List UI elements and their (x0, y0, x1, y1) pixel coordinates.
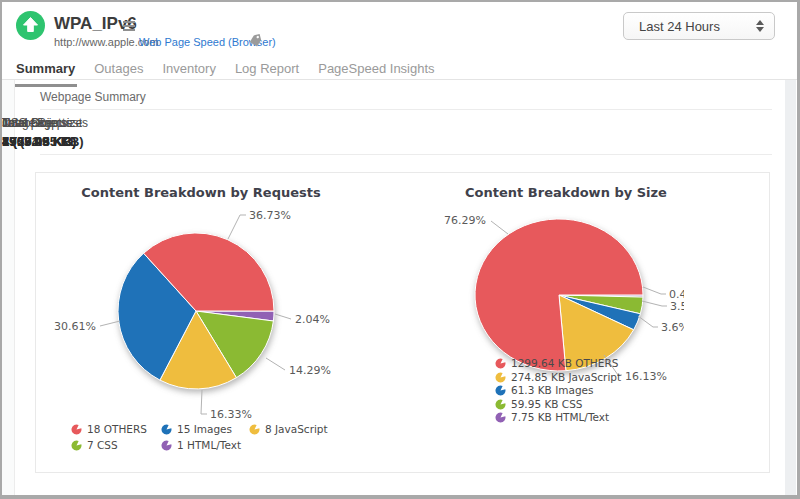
tag-icon[interactable] (248, 33, 264, 52)
pie-label-line (201, 390, 207, 414)
pie-glyph-icon (495, 358, 506, 369)
metric-total-page-size: Total page size 1703.49 KB (2, 116, 82, 149)
pie-label-line (228, 215, 246, 239)
pie-label-javascript: 16.33% (210, 408, 252, 421)
monitor-status-up-icon (16, 11, 45, 40)
time-range-select[interactable]: Last 24 Hours (623, 12, 775, 40)
legend-item[interactable]: 61.3 KB Images (495, 384, 621, 398)
header-divider (2, 79, 797, 80)
pie-label-line (642, 301, 667, 306)
select-updown-icon (756, 20, 764, 32)
pie-glyph-icon (495, 372, 506, 383)
legend-label: 59.95 KB CSS (511, 398, 583, 412)
legend-item[interactable]: 274.85 KB JavaScript (495, 371, 621, 385)
pie-glyph-icon (495, 412, 506, 423)
pie-glyph-icon (71, 424, 82, 435)
tab-outages[interactable]: Outages (92, 57, 145, 87)
legend-item[interactable]: 59.95 KB CSS (495, 398, 621, 412)
vertical-scrollbar[interactable] (785, 80, 796, 497)
app-window: WPA_IPv6 http://www.apple.com Web Page S… (0, 0, 800, 499)
pie-label-line (638, 316, 658, 327)
pie-label-css: 3.52% (670, 300, 684, 313)
legend-label: 61.3 KB Images (511, 384, 594, 398)
webpage-summary-title: Webpage Summary (40, 90, 146, 104)
tab-pagespeed-insights[interactable]: PageSpeed Insights (316, 57, 436, 87)
pie-label-line (266, 358, 285, 370)
pie-label-css: 14.29% (289, 364, 331, 377)
legend-label: 7 CSS (87, 438, 118, 453)
summary-divider-bottom (40, 154, 772, 155)
up-arrow-icon (16, 11, 45, 40)
tab-log-report[interactable]: Log Report (233, 57, 301, 87)
pie-chart-size: 0.45%3.52%3.6%16.13%76.29% (403, 198, 684, 468)
summary-divider-top (40, 109, 772, 110)
pie-label-javascript: 16.13% (625, 370, 667, 383)
legend-label: 1 HTML/Text (177, 438, 241, 453)
pie-glyph-icon (161, 424, 172, 435)
legend-label: 7.75 KB HTML/Text (511, 411, 609, 425)
legend-label: 1299.64 KB OTHERS (511, 357, 618, 371)
pie-label-others: 76.29% (444, 214, 486, 227)
legend-item[interactable]: 7.75 KB HTML/Text (495, 411, 621, 425)
legend-label: 18 OTHERS (87, 422, 147, 437)
pie-label-images: 3.6% (661, 321, 684, 334)
pie-glyph-icon (495, 385, 506, 396)
legend-item[interactable]: 8 JavaScript (249, 422, 328, 437)
legend-item[interactable]: 1 HTML/Text (161, 438, 249, 453)
pie-label-images: 30.61% (54, 320, 96, 333)
legend-size: 1299.64 KB OTHERS274.85 KB JavaScript61.… (495, 357, 621, 425)
legend-label: 274.85 KB JavaScript (511, 371, 621, 385)
pie-label-html-text: 2.04% (295, 313, 330, 326)
pie-label-line (643, 287, 666, 294)
legend-requests: 18 OTHERS15 Images8 JavaScript7 CSS1 HTM… (71, 422, 328, 453)
legend-label: 15 Images (177, 422, 232, 437)
pie-glyph-icon (71, 440, 82, 451)
tab-bar: Summary Outages Inventory Log Report Pag… (14, 57, 437, 87)
time-range-value: Last 24 Hours (639, 19, 756, 34)
pie-label-line (275, 314, 291, 319)
pie-glyph-icon (249, 424, 260, 435)
pie-glyph-icon (495, 399, 506, 410)
legend-label: 8 JavaScript (265, 422, 328, 437)
hamburger-menu-icon[interactable] (123, 21, 135, 31)
pie-label-line (491, 221, 508, 234)
tab-inventory[interactable]: Inventory (160, 57, 217, 87)
pie-label-line (100, 321, 120, 326)
legend-item[interactable]: 1299.64 KB OTHERS (495, 357, 621, 371)
legend-item[interactable]: 15 Images (161, 422, 249, 437)
pie-label-others: 36.73% (249, 209, 291, 222)
legend-item[interactable]: 7 CSS (71, 438, 161, 453)
legend-item[interactable]: 18 OTHERS (71, 422, 161, 437)
content-breakdown-panel: Content Breakdown by Requests Content Br… (35, 172, 770, 473)
pie-glyph-icon (161, 440, 172, 451)
tab-summary[interactable]: Summary (14, 57, 77, 87)
